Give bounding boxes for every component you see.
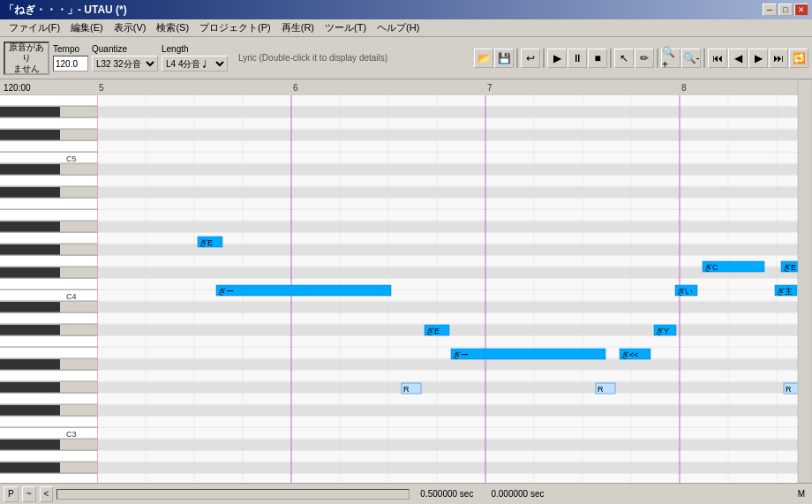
next-end-icon[interactable]: ⏭	[769, 49, 788, 68]
window-controls: ─ □ ✕	[763, 4, 808, 16]
next-icon[interactable]: ▶	[748, 49, 768, 68]
scroll-left-button[interactable]: <	[40, 486, 54, 502]
maximize-button[interactable]: □	[778, 4, 793, 16]
length-label: Length	[162, 44, 228, 54]
menu-help[interactable]: ヘルプ(H)	[372, 19, 425, 36]
time-display-1: 0.500000 sec	[413, 489, 480, 499]
tempo-label: Tempo	[53, 44, 88, 54]
sequencer-grid[interactable]	[97, 79, 812, 483]
play-icon[interactable]: ▶	[547, 49, 567, 68]
separator-2	[543, 49, 545, 68]
prev-icon[interactable]: ◀	[728, 49, 748, 68]
menu-project[interactable]: プロジェクト(P)	[194, 19, 276, 36]
save-icon[interactable]: 💾	[494, 49, 514, 68]
menu-search[interactable]: 検索(S)	[151, 19, 194, 36]
window-title: 「ねぎ・・・」- UTAU (*)	[4, 3, 127, 18]
horizontal-scrollbar[interactable]	[56, 489, 410, 500]
separator-4	[657, 49, 658, 68]
piano-keyboard[interactable]	[0, 79, 97, 483]
menu-view[interactable]: 表示(V)	[109, 19, 152, 36]
lyric-hint: Lyric (Double-click it to display detail…	[238, 53, 387, 63]
quantize-select[interactable]: L32 32分音	[92, 56, 158, 71]
toolbar-icons: 📂 💾 ↩ ▶ ⏸ ■ ↖ ✏ 🔍+ 🔍- ⏮ ◀ ▶ ⏭ 🔁	[474, 49, 808, 68]
length-select[interactable]: L4 4分音♩	[162, 56, 228, 71]
tempo-input[interactable]	[53, 56, 88, 71]
separator-1	[516, 49, 518, 68]
stop-icon[interactable]: ■	[588, 49, 607, 68]
menu-file[interactable]: ファイル(F)	[4, 19, 65, 36]
separator-3	[610, 49, 612, 68]
prev-start-icon[interactable]: ⏮	[708, 49, 727, 68]
select-icon[interactable]: ↖	[614, 49, 634, 68]
menu-tools[interactable]: ツール(T)	[320, 19, 372, 36]
time-display-2: 0.000000 sec	[484, 489, 551, 499]
no-audio-button[interactable]: 原音があり ません	[4, 41, 49, 75]
menu-play[interactable]: 再生(R)	[276, 19, 320, 36]
m-label: M	[798, 489, 808, 499]
title-bar: 「ねぎ・・・」- UTAU (*) ─ □ ✕	[0, 0, 812, 19]
toolbar: 原音があり ません Tempo Quantize L32 32分音 Length…	[0, 37, 812, 79]
close-button[interactable]: ✕	[794, 4, 808, 16]
quantize-label: Quantize	[92, 44, 158, 54]
status-left: P ~ < 0.500000 sec 0.000000 sec	[4, 486, 551, 502]
undo-icon[interactable]: ↩	[521, 49, 540, 68]
menu-bar: ファイル(F) 編集(E) 表示(V) 検索(S) プロジェクト(P) 再生(R…	[0, 19, 812, 37]
zoom-out-icon[interactable]: 🔍-	[681, 49, 701, 68]
quantize-group: Quantize L32 32分音	[92, 44, 158, 71]
open-folder-icon[interactable]: 📂	[474, 49, 493, 68]
p-button[interactable]: P	[4, 486, 19, 502]
tilde-button[interactable]: ~	[22, 486, 36, 502]
tempo-group: Tempo	[53, 44, 88, 71]
pencil-icon[interactable]: ✏	[635, 49, 654, 68]
loop-icon[interactable]: 🔁	[789, 49, 808, 68]
separator-5	[703, 49, 705, 68]
main-area	[0, 79, 812, 483]
length-group: Length L4 4分音♩	[162, 44, 228, 71]
menu-edit[interactable]: 編集(E)	[65, 19, 109, 36]
zoom-in-icon[interactable]: 🔍+	[661, 49, 680, 68]
minimize-button[interactable]: ─	[763, 4, 777, 16]
pause-icon[interactable]: ⏸	[568, 49, 587, 68]
status-bar: P ~ < 0.500000 sec 0.000000 sec M	[0, 483, 812, 504]
